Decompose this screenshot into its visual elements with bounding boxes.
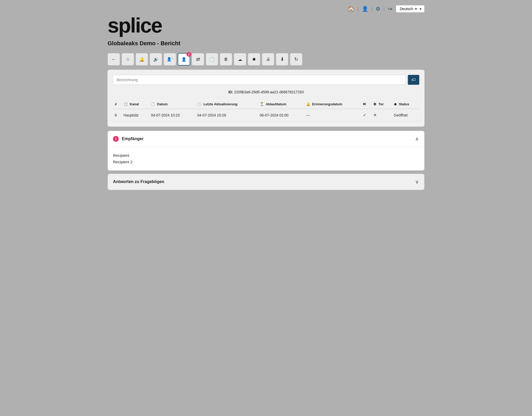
add-person-button[interactable]: 👤+	[164, 53, 176, 66]
transfer-icon: ⇄	[196, 56, 200, 62]
settings-icon[interactable]: ⚙	[375, 5, 381, 12]
app-logo: splice	[108, 15, 424, 36]
tor-label: Tor	[378, 102, 384, 106]
datum-label: Datum	[157, 102, 168, 106]
tor-icon: ⊕	[373, 102, 376, 106]
ablauf-icon: ⏳	[260, 102, 264, 106]
chevron-down-icon: ∨	[415, 179, 419, 185]
panel-header-left-q: Antworten zu Fragebögen	[113, 179, 164, 184]
erinnerung-label: Erinnerungsdatum	[312, 102, 342, 106]
back-icon: ←	[111, 57, 116, 62]
tag-icon: 🏷	[411, 77, 416, 82]
cell-ablauf: 06-07-2024 02:00	[258, 109, 304, 121]
chevron-down-icon: ▾	[420, 7, 421, 11]
transfer-button[interactable]: ⇄	[192, 53, 204, 66]
record-button[interactable]: ⏺	[248, 53, 260, 66]
print-icon: 🖨	[266, 57, 270, 62]
download-icon: ⬇	[280, 56, 284, 62]
id-label: ID:	[228, 90, 233, 94]
datum-icon: 🕐	[151, 102, 155, 106]
recipient-panel-header[interactable]: 1 Empfänger ∧	[108, 131, 424, 147]
recipient-panel: 1 Empfänger ∧ Recipient Recipient 2	[108, 131, 424, 171]
col-letzte: 🕐 Letzte Aktualisierung	[195, 99, 257, 109]
cell-tor: ✕	[371, 109, 391, 121]
delete-button[interactable]: 🗑	[220, 53, 232, 66]
kanal-icon: 📋	[124, 102, 128, 106]
panel-number: 1	[113, 136, 119, 142]
print-button[interactable]: 🖨	[262, 53, 274, 66]
cell-email: ✓	[361, 109, 371, 121]
back-button[interactable]: ←	[108, 53, 120, 66]
add-person-icon: 👤+	[167, 57, 173, 62]
cloud-icon: ☁	[238, 57, 242, 62]
col-ablauf: ⏳ Ablaufdatum	[258, 99, 304, 109]
cell-status: Geöffnet	[392, 109, 419, 121]
cell-erinnerung: —	[304, 109, 361, 121]
email-icon: ✉	[363, 102, 366, 106]
record-icon: ⏺	[252, 57, 256, 62]
chevron-up-icon: ∧	[415, 136, 419, 142]
status-label: Status	[399, 102, 409, 106]
recipient-panel-body: Recipient Recipient 2	[108, 147, 424, 170]
cloud-button[interactable]: ☁	[234, 53, 246, 66]
language-dropdown[interactable]: Deutsch English Français Español	[399, 6, 418, 11]
toolbar: ← ☆ 🔔 🔊 👤+ 👤 2 ⇄ 🕐 🗑	[108, 53, 424, 66]
cell-kanal: Hauptsitz	[122, 109, 149, 121]
clock-icon: 🕐	[209, 57, 215, 62]
bell-icon: 🔔	[139, 57, 144, 62]
hash-label: #	[115, 102, 117, 106]
label-input[interactable]	[113, 75, 406, 85]
recipient-panel-title: Empfänger	[122, 136, 144, 141]
assign-badge: 2	[187, 52, 191, 57]
assign-icon: 👤	[181, 57, 187, 62]
id-value: 2209b3a6-29d5-4599-aa21-d68678217293	[234, 90, 304, 94]
sep2: |	[371, 6, 373, 12]
erinnerung-icon: 🔔	[306, 102, 310, 106]
cell-num: 6	[113, 109, 122, 121]
home-icon[interactable]: 🏠	[347, 5, 355, 12]
col-num: #	[113, 99, 122, 109]
trash-icon: 🗑	[224, 57, 228, 62]
status-icon: ⏺	[394, 102, 397, 106]
col-status: ⏺ Status	[392, 99, 419, 109]
logout-icon[interactable]: ↪	[387, 5, 393, 12]
sep1: |	[357, 6, 359, 12]
col-kanal: 📋 Kanal	[122, 99, 149, 109]
language-selector[interactable]: Deutsch English Français Español ▾	[396, 5, 424, 12]
col-tor: ⊕ Tor	[371, 99, 391, 109]
report-table: # 📋 Kanal 🕐 Datum 🕐 Letzte Aktualisierun…	[113, 99, 419, 121]
questionnaire-panel-header[interactable]: Antworten zu Fragebögen ∨	[108, 174, 424, 190]
col-datum: 🕐 Datum	[149, 99, 195, 109]
questionnaire-panel-title: Antworten zu Fragebögen	[113, 179, 164, 184]
label-row: 🏷	[113, 75, 419, 85]
logo-text: splice	[108, 14, 162, 37]
assign-button[interactable]: 👤 2	[178, 53, 190, 66]
star-icon: ☆	[126, 56, 130, 62]
volume-icon: 🔊	[153, 57, 158, 62]
cell-letzte: 04-07-2024 10:29	[195, 109, 257, 121]
user-icon[interactable]: 👤	[361, 5, 369, 12]
cell-datum: 04-07-2024 10:23	[149, 109, 195, 121]
table-row: 6 Hauptsitz 04-07-2024 10:23 04-07-2024 …	[113, 109, 419, 121]
page-title: Globaleaks Demo - Bericht	[108, 40, 424, 47]
history-button[interactable]: 🕐	[206, 53, 218, 66]
download-button[interactable]: ⬇	[276, 53, 288, 66]
favorite-button[interactable]: ☆	[122, 53, 134, 66]
kanal-label: Kanal	[130, 102, 139, 106]
letzte-icon: 🕐	[197, 102, 201, 106]
notification-button[interactable]: 🔔	[136, 53, 148, 66]
letzte-label: Letzte Aktualisierung	[203, 102, 237, 106]
label-button[interactable]: 🏷	[408, 75, 419, 85]
refresh-button[interactable]: ↻	[290, 53, 302, 66]
main-content-card: 🏷 ID: 2209b3a6-29d5-4599-aa21-d686782172…	[108, 70, 424, 127]
sound-button[interactable]: 🔊	[150, 53, 162, 66]
id-row: ID: 2209b3a6-29d5-4599-aa21-d68678217293	[113, 90, 419, 94]
ablauf-label: Ablaufdatum	[266, 102, 286, 106]
refresh-icon: ↻	[294, 56, 298, 62]
sep3: |	[383, 6, 385, 12]
col-email: ✉	[361, 99, 371, 109]
list-item: Recipient	[113, 152, 419, 159]
list-item: Recipient 2	[113, 159, 419, 165]
nav-icons: 🏠 | 👤 | ⚙ | ↪	[347, 5, 393, 12]
panel-header-left: 1 Empfänger	[113, 136, 144, 142]
